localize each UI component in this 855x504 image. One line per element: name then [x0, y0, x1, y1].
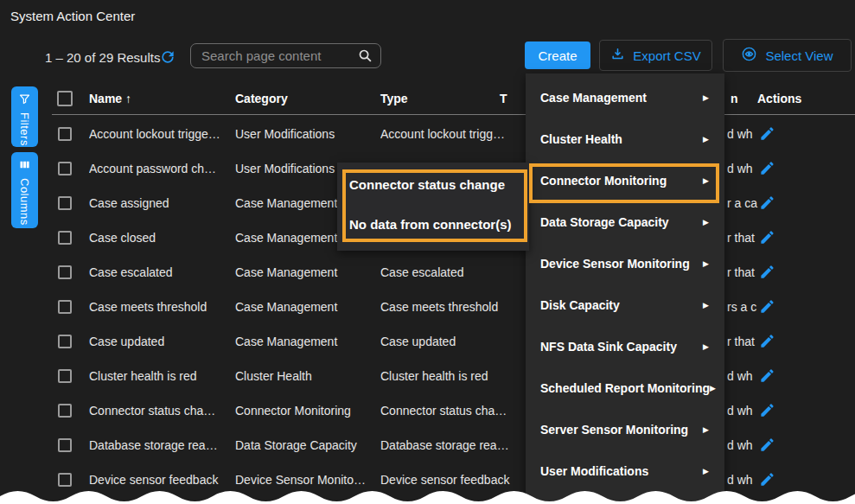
submenu-arrow-icon: ▶ [703, 301, 709, 309]
filter-funnel-icon [18, 93, 31, 109]
table-row: Database storage rea…Data Storage Capaci… [0, 428, 855, 463]
row-description-fragment: rs a c [727, 300, 756, 314]
column-header-actions: Actions [757, 92, 801, 105]
create-menu-item-label: Scheduled Report Monitoring [540, 381, 710, 395]
create-menu-item-label: Data Storage Capacity [540, 215, 669, 229]
search-box [190, 43, 381, 68]
create-menu-item-label: Device Sensor Monitoring [540, 257, 690, 271]
create-menu-item-label: Server Sensor Monitoring [540, 423, 688, 437]
edit-pencil-icon[interactable] [759, 437, 775, 453]
row-description-fragment: d wh [727, 369, 753, 383]
connector-monitoring-submenu: Connector status changeNo data from conn… [337, 163, 529, 251]
row-checkbox[interactable] [58, 127, 72, 141]
row-type: Case meets threshold [380, 300, 519, 314]
row-checkbox[interactable] [58, 335, 72, 348]
edit-pencil-icon[interactable] [759, 298, 775, 315]
row-type: Case updated [380, 335, 519, 348]
edit-pencil-icon[interactable] [759, 160, 775, 176]
create-menu-item[interactable]: Scheduled Report Monitoring▶ [526, 367, 724, 409]
column-header-type[interactable]: Type [380, 92, 408, 105]
edit-pencil-icon[interactable] [759, 195, 775, 211]
column-header-name[interactable]: Name ↑ [89, 92, 131, 105]
row-category: Connector Monitoring [235, 404, 378, 418]
row-category: Data Storage Capacity [235, 438, 378, 452]
edit-pencil-icon[interactable] [759, 367, 775, 384]
create-button-label: Create [538, 48, 577, 63]
select-view-button[interactable]: Select View [723, 39, 852, 72]
submenu-item[interactable]: Connector status change [337, 164, 529, 204]
table-row: Case updatedCase ManagementCase updatedr… [0, 324, 855, 359]
row-checkbox[interactable] [58, 438, 72, 452]
create-menu-item-label: Connector Monitoring [540, 174, 667, 188]
edit-pencil-icon[interactable] [759, 264, 775, 280]
row-checkbox[interactable] [58, 196, 72, 210]
edit-pencil-icon[interactable] [759, 125, 775, 142]
submenu-arrow-icon: ▶ [703, 218, 709, 226]
edit-pencil-icon[interactable] [759, 229, 775, 246]
create-menu-item[interactable]: Data Storage Capacity▶ [526, 201, 724, 243]
row-name: Case meets threshold [89, 300, 229, 314]
eye-icon [741, 46, 757, 65]
row-description-fragment: r that [727, 231, 755, 245]
edit-pencil-icon[interactable] [759, 402, 775, 418]
submenu-arrow-icon: ▶ [703, 135, 709, 144]
row-description-fragment: d wh [727, 162, 753, 175]
row-checkbox[interactable] [58, 265, 72, 279]
create-menu-item[interactable]: Cluster Health▶ [526, 118, 724, 160]
results-count: 1 – 20 of 29 Results [45, 50, 160, 65]
row-checkbox[interactable] [58, 162, 72, 175]
row-type: Database storage rea… [380, 438, 519, 452]
row-name: Account password ch… [89, 162, 229, 175]
export-csv-button[interactable]: Export CSV [599, 40, 712, 71]
refresh-button[interactable] [159, 48, 176, 66]
row-category: User Modifications [235, 127, 378, 141]
row-category: Cluster Health [235, 369, 378, 383]
row-description-fragment: d wh [727, 438, 753, 452]
row-checkbox[interactable] [58, 404, 72, 418]
select-all-checkbox[interactable] [57, 91, 73, 106]
filters-tab[interactable]: Filters [11, 86, 38, 147]
submenu-arrow-icon: ▶ [703, 425, 709, 434]
row-category: Case Management [235, 300, 378, 314]
download-icon [610, 47, 625, 64]
create-menu-item[interactable]: Disk Capacity▶ [526, 284, 724, 326]
row-description-fragment: r that [727, 265, 755, 279]
columns-tab[interactable]: Columns [11, 152, 38, 228]
row-description-fragment: r that [727, 335, 755, 348]
row-name: Case escalated [89, 265, 229, 279]
submenu-arrow-icon: ▶ [710, 384, 716, 392]
submenu-arrow-icon: ▶ [703, 259, 709, 268]
create-menu-item[interactable]: Case Management▶ [526, 77, 724, 118]
filters-tab-label: Filters [18, 112, 31, 146]
create-menu-item-label: NFS Data Sink Capacity [540, 340, 677, 354]
create-menu-item[interactable]: NFS Data Sink Capacity▶ [526, 326, 724, 367]
submenu-item[interactable]: No data from connector(s) [337, 204, 529, 244]
create-menu-item[interactable]: Connector Monitoring▶ [526, 160, 724, 201]
create-button[interactable]: Create [525, 41, 590, 69]
row-category: Case Management [235, 335, 378, 348]
create-menu-item[interactable]: Device Sensor Monitoring▶ [526, 243, 724, 284]
table-row: Connector status cha…Connector Monitorin… [0, 393, 855, 428]
row-name: Account lockout trigge… [89, 127, 229, 141]
page-title: System Action Center [10, 9, 135, 23]
submenu-arrow-icon: ▶ [703, 342, 709, 351]
create-menu-item[interactable]: Server Sensor Monitoring▶ [526, 409, 724, 450]
column-header-hidden-fragment: T [500, 92, 507, 105]
columns-tab-label: Columns [18, 178, 31, 226]
row-type: Case escalated [380, 265, 519, 279]
export-csv-label: Export CSV [633, 48, 700, 63]
row-name: Case assigned [89, 196, 229, 210]
row-checkbox[interactable] [58, 369, 72, 383]
row-name: Database storage rea… [89, 438, 229, 452]
row-name: Connector status cha… [89, 404, 229, 418]
select-view-label: Select View [765, 48, 833, 63]
row-checkbox[interactable] [58, 300, 72, 314]
table-row: Account lockout trigge…User Modification… [0, 117, 855, 151]
row-checkbox[interactable] [58, 231, 72, 245]
column-header-category[interactable]: Category [235, 92, 288, 105]
header-divider [52, 114, 855, 115]
submenu-arrow-icon: ▶ [703, 176, 709, 185]
search-icon[interactable] [358, 48, 373, 63]
edit-pencil-icon[interactable] [759, 333, 775, 349]
create-menu-item-label: Case Management [540, 91, 647, 105]
